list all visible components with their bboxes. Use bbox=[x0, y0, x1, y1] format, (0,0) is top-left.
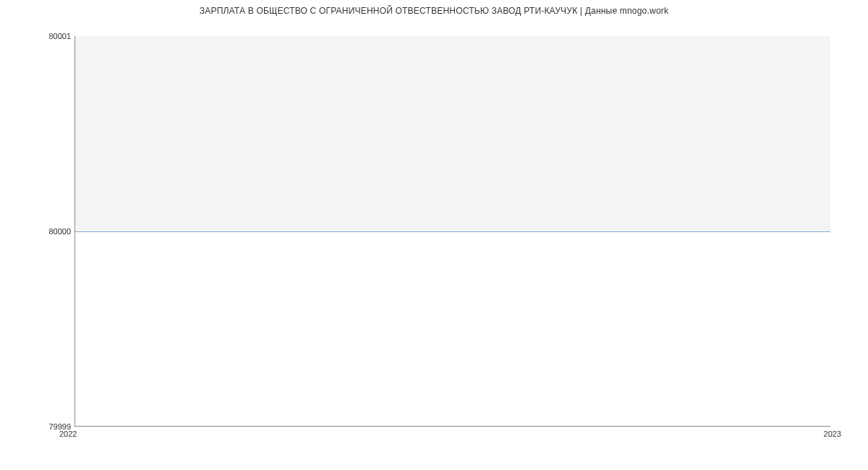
y-tick-80001: 80001 bbox=[48, 32, 71, 40]
x-tick-2022: 2022 bbox=[59, 430, 77, 438]
plot-area bbox=[75, 36, 830, 427]
x-tick-2023: 2023 bbox=[824, 430, 841, 438]
chart-container: ЗАРПЛАТА В ОБЩЕСТВО С ОГРАНИЧЕННОЙ ОТВЕС… bbox=[0, 0, 868, 470]
chart-title: ЗАРПЛАТА В ОБЩЕСТВО С ОГРАНИЧЕННОЙ ОТВЕС… bbox=[0, 6, 868, 16]
x-tick-label: 2023 bbox=[824, 430, 841, 438]
series-area-fill bbox=[75, 36, 830, 232]
y-tick-80000: 80000 bbox=[48, 227, 71, 236]
y-tick-label: 80000 bbox=[48, 227, 71, 236]
y-tick-label: 80001 bbox=[48, 32, 71, 40]
x-tick-label: 2022 bbox=[59, 430, 77, 438]
